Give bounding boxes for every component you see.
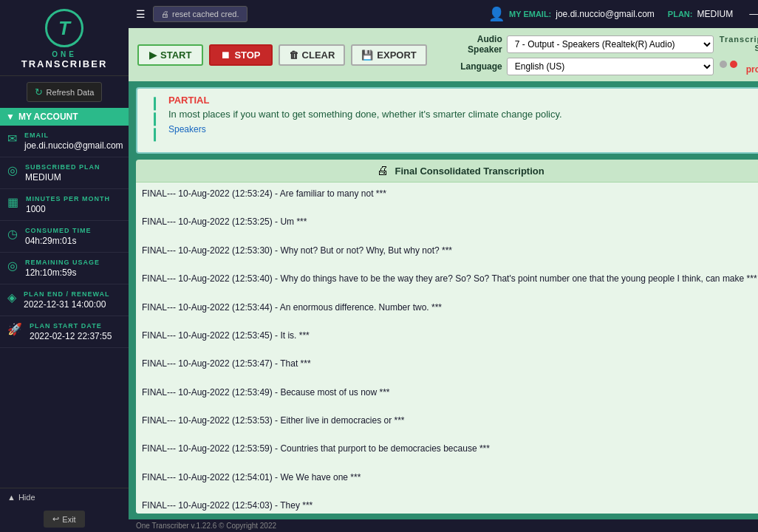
play-icon: ▶: [149, 50, 157, 61]
clear-label: CLEAR: [302, 50, 335, 61]
final-line-item: FINAL--- 10-Aug-2022 (12:54:01) - We We …: [142, 471, 758, 485]
logo-one: ONE: [52, 50, 77, 58]
final-header: 🖨 Final Consolidated Transcription: [136, 160, 758, 183]
person-icon: 👤: [488, 6, 505, 22]
refresh-icon: ↻: [35, 86, 43, 98]
plan-label: PLAN:: [668, 10, 693, 18]
my-email-label: MY EMAIL:: [509, 10, 551, 18]
consumed-section: ◷ CONSUMED TIME 04h:29m:01s: [0, 221, 129, 253]
status-badge: In progress: [742, 54, 758, 75]
status-dots: [720, 61, 737, 68]
export-icon: 💾: [361, 50, 373, 61]
export-button[interactable]: 💾 EXPORT: [351, 44, 426, 66]
final-line-item: FINAL--- 10-Aug-2022 (12:53:25) - Um ***: [142, 215, 758, 229]
final-line-item: FINAL--- 10-Aug-2022 (12:53:59) - Countr…: [142, 442, 758, 456]
topbar: ☰ 🖨 reset cached cred. 👤 MY EMAIL: joe.d…: [129, 0, 758, 28]
clear-icon: 🗑: [289, 50, 298, 61]
reset-icon: 🖨: [161, 10, 169, 18]
clear-button[interactable]: 🗑 CLEAR: [279, 44, 346, 66]
status-dot-grey: [720, 61, 727, 68]
remaining-icon: ◎: [7, 259, 18, 273]
hide-button[interactable]: ▲ Hide: [0, 488, 129, 506]
transcription-status-area: Transcription-Status In progress: [720, 35, 758, 75]
email-section: ✉ EMAIL joe.di.nuccio@gmail.com: [0, 126, 129, 157]
minutes-value: 1000: [26, 204, 110, 214]
language-select[interactable]: English (US): [507, 58, 714, 75]
reset-cached-button[interactable]: 🖨 reset cached cred.: [153, 6, 247, 22]
plan-end-section: ◈ PLAN END / RENEWAL 2022-12-31 14:00:00: [0, 284, 129, 316]
language-label: Language: [443, 61, 502, 72]
remaining-value: 12h:10m:59s: [25, 267, 100, 278]
refresh-data-button[interactable]: ↻ Refresh Data: [27, 82, 103, 102]
footer-text: One Transcriber v.1.22.6 © Copyright 202…: [136, 522, 276, 530]
final-transcription-area: 🖨 Final Consolidated Transcription FINAL…: [136, 160, 758, 514]
plan-start-value: 2022-02-12 22:37:55: [30, 331, 112, 341]
logo-transcriber: TRANSCRIBER: [21, 58, 108, 69]
start-button[interactable]: ▶ START: [137, 44, 203, 66]
sidebar: T ONE TRANSCRIBER ↻ Refresh Data ▼ MY AC…: [0, 0, 129, 532]
waveform-icon: ❙❙❙: [146, 95, 163, 141]
exit-button[interactable]: ↩ Exit: [44, 511, 84, 528]
final-line-item: FINAL--- 10-Aug-2022 (12:53:40) - Why do…: [142, 272, 758, 286]
hide-label: Hide: [18, 493, 35, 502]
email-icon: ✉: [7, 132, 17, 146]
final-line-item: FINAL--- 10-Aug-2022 (12:53:53) - Either…: [142, 414, 758, 428]
plan-start-icon: 🚀: [7, 322, 22, 336]
audio-speaker-row: Audio Speaker 7 - Output - Speakers (Rea…: [443, 34, 714, 55]
consumed-label: CONSUMED TIME: [25, 227, 92, 234]
audio-speaker-label: Audio Speaker: [443, 34, 502, 55]
email-label: EMAIL: [24, 132, 123, 139]
final-scroll-area[interactable]: FINAL--- 10-Aug-2022 (12:53:24) - Are fa…: [136, 183, 758, 514]
stop-button[interactable]: ⏹ STOP: [209, 44, 272, 66]
hamburger-menu-button[interactable]: ☰: [136, 8, 146, 20]
plan-icon: ◎: [7, 163, 18, 177]
audio-section: Audio Speaker 7 - Output - Speakers (Rea…: [443, 34, 714, 75]
status-dot-red: [730, 61, 737, 68]
audio-speaker-select[interactable]: 7 - Output - Speakers (Realtek(R) Audio): [507, 35, 714, 53]
sidebar-bottom: ▲ Hide ↩ Exit: [0, 488, 129, 532]
exit-icon: ↩: [52, 514, 59, 524]
footer: One Transcriber v.1.22.6 © Copyright 202…: [129, 519, 758, 532]
speakers-link[interactable]: Speakers: [168, 124, 758, 134]
final-line-item: FINAL--- 10-Aug-2022 (12:53:24) - Are fa…: [142, 187, 758, 201]
exit-label: Exit: [62, 515, 75, 524]
plan-start-label: PLAN START DATE: [30, 322, 112, 330]
consumed-icon: ◷: [7, 227, 18, 241]
refresh-label: Refresh Data: [47, 88, 95, 97]
final-line-item: FINAL--- 10-Aug-2022 (12:53:47) - That *…: [142, 357, 758, 371]
minimize-button[interactable]: —: [749, 7, 758, 21]
reset-label: reset cached cred.: [172, 10, 239, 18]
stop-icon: ⏹: [221, 50, 231, 61]
final-line-item: FINAL--- 10-Aug-2022 (12:53:45) - It is.…: [142, 329, 758, 343]
consumed-value: 04h:29m:01s: [25, 236, 92, 246]
chevron-down-icon: ▼: [6, 112, 15, 122]
email-display: joe.di.nuccio@gmail.com: [556, 9, 655, 19]
transcription-status-title: Transcription-Status: [720, 35, 758, 52]
export-label: EXPORT: [377, 50, 416, 61]
transcription-status-row: In progress: [720, 54, 758, 75]
email-value: joe.di.nuccio@gmail.com: [24, 140, 123, 151]
logo-circle: T: [45, 9, 83, 47]
final-line-item: FINAL--- 10-Aug-2022 (12:53:30) - Why no…: [142, 244, 758, 258]
plan-end-value: 2022-12-31 14:00:00: [24, 299, 110, 310]
partial-transcription-area: ❙❙❙ PARTIAL In most places if you want t…: [136, 87, 758, 154]
logo-t-icon: T: [58, 17, 70, 40]
final-line-item: FINAL--- 10-Aug-2022 (12:54:03) - They *…: [142, 499, 758, 513]
subscribed-plan-value: MEDIUM: [25, 172, 100, 183]
topbar-window-controls: — ⤢ ✕: [749, 7, 758, 21]
remaining-label: REMAINING USAGE: [25, 259, 100, 266]
remaining-section: ◎ REMAINING USAGE 12h:10m:59s: [0, 253, 129, 284]
final-title: Final Consolidated Transcription: [395, 166, 544, 177]
minutes-label: MINUTES PER MONTH: [26, 195, 110, 202]
printer-icon: 🖨: [377, 164, 389, 177]
plan-value: MEDIUM: [697, 9, 733, 19]
my-account-header[interactable]: ▼ MY ACCOUNT: [0, 108, 129, 126]
stop-label: STOP: [234, 50, 260, 61]
topbar-email-section: 👤 MY EMAIL: joe.di.nuccio@gmail.com PLAN…: [488, 6, 733, 22]
subscribed-plan-label: SUBSCRIBED PLAN: [25, 163, 100, 171]
main-content: ☰ 🖨 reset cached cred. 👤 MY EMAIL: joe.d…: [129, 0, 758, 532]
subscribed-plan-section: ◎ SUBSCRIBED PLAN MEDIUM: [0, 157, 129, 189]
plan-end-label: PLAN END / RENEWAL: [24, 290, 110, 298]
my-account-label: MY ACCOUNT: [18, 112, 78, 122]
sidebar-logo: T ONE TRANSCRIBER: [0, 0, 129, 76]
